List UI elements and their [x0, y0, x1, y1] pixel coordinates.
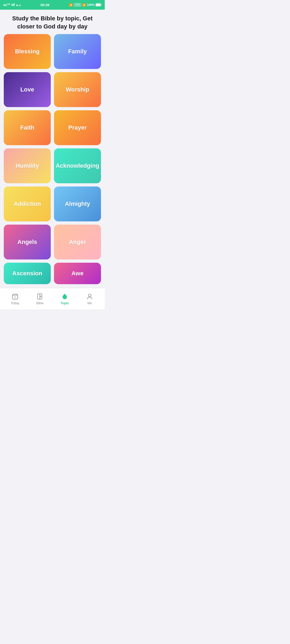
- svg-rect-8: [14, 294, 14, 295]
- topic-label: Anger: [69, 239, 86, 246]
- status-bar: 4GHD ⁕ ⌗ 00:26 📶 VPN 📶 100%: [0, 0, 105, 10]
- bible-icon: [36, 293, 44, 300]
- nav-label-today: Today: [11, 301, 19, 305]
- svg-rect-6: [101, 4, 102, 5]
- topic-label: Awe: [71, 270, 84, 277]
- svg-rect-2: [13, 3, 14, 6]
- topic-label: Ascension: [12, 270, 42, 277]
- topic-card-prayer[interactable]: Prayer: [54, 110, 101, 145]
- topic-grid: BlessingFamilyLoveWorshipFaithPrayerHumi…: [0, 34, 105, 288]
- topic-icon: [61, 293, 68, 300]
- topic-label: Humility: [16, 162, 39, 169]
- topic-label: Almighty: [65, 200, 90, 207]
- topic-label: Acknowledging: [56, 162, 99, 169]
- topic-label: Prayer: [68, 124, 87, 131]
- topic-card-addiction[interactable]: Addiction: [4, 186, 51, 221]
- nav-item-topic[interactable]: Topic: [52, 293, 77, 305]
- svg-rect-5: [96, 4, 100, 6]
- status-time: 00:26: [41, 3, 49, 7]
- status-left: 4GHD ⁕ ⌗: [3, 3, 21, 7]
- svg-rect-1: [12, 4, 13, 6]
- topic-card-worship[interactable]: Worship: [54, 72, 101, 107]
- topic-card-almighty[interactable]: Almighty: [54, 186, 101, 221]
- nav-item-me[interactable]: Me: [77, 293, 102, 305]
- nav-item-bible[interactable]: Bible: [28, 293, 53, 305]
- topic-label: Angels: [17, 239, 37, 246]
- bottom-nav: 7 Today Bible Topic Me: [0, 288, 105, 309]
- topic-label: Worship: [66, 86, 89, 93]
- svg-text:7: 7: [15, 296, 16, 299]
- topic-label: Love: [20, 86, 34, 93]
- status-right: 📶 VPN 📶 100%: [69, 3, 102, 7]
- nav-label-me: Me: [87, 301, 92, 305]
- nav-label-bible: Bible: [36, 301, 44, 305]
- topic-card-faith[interactable]: Faith: [4, 110, 51, 145]
- topic-card-family[interactable]: Family: [54, 34, 101, 69]
- topic-card-acknowledging[interactable]: Acknowledging: [54, 148, 101, 183]
- topic-card-blessing[interactable]: Blessing: [4, 34, 51, 69]
- svg-point-16: [88, 294, 91, 297]
- topic-card-awe[interactable]: Awe: [54, 263, 101, 284]
- topic-label: Blessing: [15, 48, 40, 55]
- nav-item-today[interactable]: 7 Today: [3, 293, 28, 305]
- status-icons: ⁕ ⌗: [11, 3, 21, 7]
- topic-label: Faith: [20, 124, 34, 131]
- nav-label-topic: Topic: [61, 301, 69, 305]
- topic-card-love[interactable]: Love: [4, 72, 51, 107]
- vpn-badge: VPN: [74, 3, 81, 6]
- signal-icon: 4GHD: [3, 3, 10, 7]
- topic-card-ascension[interactable]: Ascension: [4, 263, 51, 284]
- svg-rect-3: [14, 3, 15, 6]
- page-title: Study the Bible by topic, Get closer to …: [5, 14, 99, 30]
- page-header: Study the Bible by topic, Get closer to …: [0, 10, 105, 34]
- me-icon: [86, 293, 93, 300]
- today-icon: 7: [11, 293, 19, 300]
- svg-rect-0: [12, 4, 12, 6]
- topic-card-humility[interactable]: Humility: [4, 148, 51, 183]
- topic-card-anger[interactable]: Anger: [54, 225, 101, 259]
- topic-label: Family: [68, 48, 87, 55]
- battery-label: 100%: [87, 3, 95, 6]
- topic-label: Addiction: [14, 200, 41, 207]
- svg-rect-9: [16, 294, 16, 295]
- topic-card-angels[interactable]: Angels: [4, 225, 51, 259]
